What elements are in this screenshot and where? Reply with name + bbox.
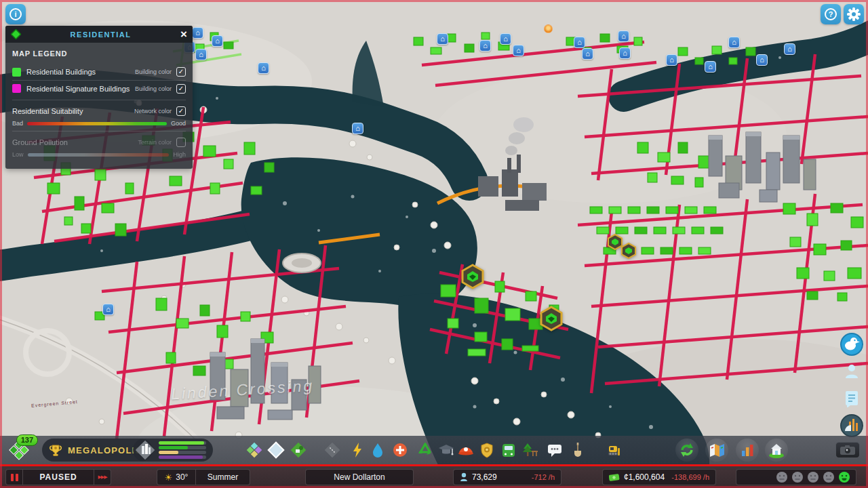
roads-icon [323,441,341,459]
house-levelup-icon[interactable]: ⌂ [437,33,448,45]
gear-icon [846,7,861,22]
population-box[interactable]: 73,629 -712 /h [453,469,561,485]
photo-mode-button[interactable] [835,442,860,458]
economy-button[interactable] [675,439,698,462]
house-levelup-icon[interactable]: ⌂ [192,27,203,39]
house-levelup-icon[interactable]: ⌂ [195,49,207,60]
radio-icon [840,413,864,438]
speed-button[interactable]: ▶▶▶ [94,469,111,485]
money-rate: -138,699 /h [671,473,709,481]
electricity-button[interactable] [349,441,366,459]
chirper-bird-icon [840,332,864,357]
garbage-button[interactable] [416,441,434,459]
house-levelup-icon[interactable]: ⌂ [500,33,511,45]
garbage-recycle-icon [416,441,434,459]
pollution-gradient-bar [28,153,170,157]
legend-row-label: Ground Pollution [12,138,138,146]
legend-row-suitability: Residential Suitability Network color ✓ [12,103,186,119]
house-levelup-icon[interactable]: ⌂ [705,61,716,73]
checkbox-checked[interactable]: ✓ [176,106,186,116]
foliage-button[interactable] [290,441,307,459]
fire-helmet-icon [457,441,475,459]
happiness-face-icon [823,471,835,483]
happiness-box[interactable] [736,469,856,485]
park-tree-icon [521,441,539,459]
suitability-gradient-bar [27,122,167,125]
sim-state-label: PAUSED [23,469,94,485]
checkbox-checked[interactable]: ✓ [176,67,186,77]
zones-button[interactable] [245,441,263,459]
parks-button[interactable] [521,441,539,459]
city-info-button[interactable] [765,439,788,462]
legend-type-label: Building color [135,85,172,92]
settings-button[interactable] [844,4,864,24]
info-button[interactable]: i [5,4,26,24]
journal-button[interactable] [838,386,865,411]
legend-type-label: Terrain color [138,139,172,146]
legend-row-residential: Residential Buildings Building color ✓ [12,64,186,80]
pause-icon [11,474,14,481]
house-levelup-icon[interactable]: ⌂ [352,123,363,134]
camera-icon [840,445,855,455]
journal-icon [844,390,860,407]
pause-button[interactable] [5,469,23,485]
communications-button[interactable] [546,441,564,459]
alert-icon[interactable] [544,24,553,33]
season-box[interactable]: Summer [196,469,250,485]
happiness-face-icon [807,471,819,483]
water-button[interactable] [369,441,387,459]
zones-icon [245,441,263,459]
help-button[interactable]: ? [821,4,841,24]
suitability-scale: Bad Good [12,120,186,127]
city-name-box[interactable]: New Dollarton [305,469,414,485]
temperature-box[interactable]: ☀ 30° [157,469,196,485]
education-cap-icon [437,441,455,459]
screen-edge-line [0,464,868,466]
checkbox-checked[interactable]: ✓ [176,84,186,94]
roads-button[interactable] [323,441,341,459]
house-levelup-icon[interactable]: ⌂ [728,37,740,48]
house-levelup-icon[interactable]: ⌂ [258,62,269,74]
round-landmark [283,253,321,272]
fire-rescue-button[interactable] [457,441,475,459]
foliage-icon [290,441,307,459]
house-levelup-icon[interactable]: ⌂ [212,35,223,47]
money-box[interactable]: ¢1,600,604 -138,699 /h [602,469,716,485]
house-levelup-icon[interactable]: ⌂ [479,40,491,52]
season-label: Summer [208,472,238,482]
electricity-icon [349,441,366,459]
house-levelup-icon[interactable]: ⌂ [784,43,795,55]
house-levelup-icon[interactable]: ⌂ [582,48,593,60]
education-button[interactable] [437,441,455,459]
statistics-button[interactable] [736,439,759,462]
police-button[interactable] [478,441,496,459]
signature-areas-button[interactable] [267,441,285,459]
radio-button[interactable] [838,413,865,438]
bus-icon [500,441,517,459]
side-panel-buttons [837,332,867,438]
legend-heading: MAP LEGEND [12,49,186,58]
healthcare-button[interactable] [391,441,409,459]
close-icon[interactable]: × [180,28,187,40]
house-levelup-icon[interactable]: ⌂ [618,30,629,42]
house-levelup-icon[interactable]: ⌂ [574,37,585,48]
zone-hex-badge[interactable] [620,243,637,259]
bulldozer-icon [604,441,621,459]
transportation-button[interactable] [500,441,517,459]
house-levelup-icon[interactable]: ⌂ [756,54,768,66]
chirper-button[interactable] [838,332,865,357]
house-levelup-icon[interactable]: ⌂ [102,304,114,315]
city-name: New Dollarton [334,472,384,482]
citizens-button[interactable] [838,359,865,384]
terraforming-button[interactable] [569,441,587,459]
sun-icon: ☀ [165,472,173,483]
info-views-button[interactable] [705,439,728,462]
bulldozer-button[interactable] [604,441,621,459]
zone-hex-badge[interactable] [460,264,486,289]
house-levelup-icon[interactable]: ⌂ [619,47,631,59]
house-levelup-icon[interactable]: ⌂ [666,54,677,66]
house-levelup-icon[interactable]: ⌂ [513,45,524,56]
checkbox-unchecked[interactable] [176,138,186,147]
zone-hex-badge[interactable] [538,306,564,331]
money-value: ¢1,600,604 [624,472,665,482]
